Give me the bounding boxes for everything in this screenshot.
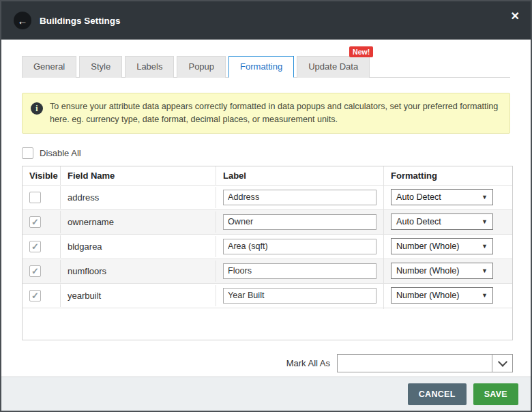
mark-all-row: Mark All As (22, 354, 513, 372)
formatting-select-value: Number (Whole) (396, 241, 459, 251)
chevron-down-icon: ▼ (482, 267, 488, 274)
chevron-down-icon: ▼ (482, 243, 488, 250)
tab-popup[interactable]: Popup (177, 56, 226, 78)
field-name: bldgarea (61, 236, 216, 257)
chevron-down-icon: ▼ (482, 218, 488, 225)
formatting-select-value: Number (Whole) (396, 266, 459, 276)
table-header-row: Visible Field Name Label Formatting (23, 166, 512, 186)
formatting-select-value: Auto Detect (396, 192, 441, 202)
formatting-select-value: Number (Whole) (396, 291, 459, 300)
formatting-notice: i To ensure your attribute data appears … (22, 93, 510, 134)
field-name: numfloors (61, 261, 216, 282)
formatting-select[interactable]: Number (Whole) ▼ (391, 263, 493, 279)
table-row: ✓ yearbuilt Number (Whole) ▼ (23, 284, 512, 308)
label-input[interactable] (223, 263, 376, 279)
table-row: ✓ numfloors Number (Whole) ▼ (23, 259, 512, 284)
column-header-visible: Visible (23, 166, 61, 185)
tab-formatting[interactable]: Formatting (228, 56, 294, 78)
formatting-select[interactable]: Auto Detect ▼ (391, 189, 493, 205)
tab-style[interactable]: Style (79, 56, 122, 78)
mark-all-dropdown-button[interactable] (492, 355, 512, 372)
close-icon[interactable]: ✕ (511, 10, 520, 23)
chevron-down-icon: ▼ (482, 194, 488, 201)
visible-checkbox[interactable]: ✓ (29, 216, 41, 228)
dialog-content: General Style Labels Popup Formatting Up… (1, 40, 531, 377)
formatting-select-value: Auto Detect (396, 217, 441, 226)
tab-bar: General Style Labels Popup Formatting Up… (22, 56, 510, 78)
back-arrow-icon[interactable]: ← (14, 12, 31, 29)
table-row: ✓ ownername Auto Detect ▼ (23, 210, 512, 235)
disable-all-label: Disable All (40, 148, 81, 158)
column-header-field-name: Field Name (61, 166, 216, 185)
mark-all-dropdown-value (338, 355, 492, 372)
chevron-down-icon: ▼ (482, 292, 488, 299)
formatting-select[interactable]: Number (Whole) ▼ (391, 287, 493, 304)
field-name: address (61, 187, 216, 208)
mark-all-label: Mark All As (286, 358, 330, 368)
buildings-settings-dialog: ← Buildings Settings ✕ General Style Lab… (0, 0, 532, 412)
chevron-down-icon (497, 357, 507, 367)
label-input[interactable] (223, 239, 376, 254)
formatting-select[interactable]: Number (Whole) ▼ (391, 238, 493, 254)
dialog-footer: CANCEL SAVE (1, 377, 531, 411)
column-header-label: Label (216, 166, 384, 185)
visible-checkbox[interactable]: ✓ (29, 241, 41, 252)
disable-all-checkbox[interactable]: ✓ (22, 147, 33, 159)
dialog-header: ← Buildings Settings ✕ (1, 1, 531, 40)
column-header-formatting: Formatting (384, 166, 512, 185)
table-row: ✓ address Auto Detect ▼ (23, 186, 512, 210)
visible-checkbox[interactable]: ✓ (29, 192, 41, 203)
table-empty-space (23, 308, 512, 340)
table-row: ✓ bldgarea Number (Whole) ▼ (23, 235, 512, 259)
save-button[interactable]: SAVE (473, 383, 518, 405)
cancel-button[interactable]: CANCEL (408, 383, 467, 405)
new-badge: New! (349, 46, 373, 57)
field-name: yearbuilt (61, 285, 216, 306)
formatting-select[interactable]: Auto Detect ▼ (391, 214, 493, 230)
fields-table: Visible Field Name Label Formatting ✓ ad… (22, 166, 513, 340)
notice-text: To ensure your attribute data appears co… (50, 100, 500, 126)
field-name: ownername (61, 211, 216, 233)
mark-all-dropdown[interactable] (337, 354, 513, 372)
label-input[interactable] (223, 214, 376, 230)
visible-checkbox[interactable]: ✓ (29, 290, 41, 301)
tab-update-data[interactable]: Update Data New! (297, 56, 370, 78)
tab-update-data-label: Update Data (308, 61, 358, 72)
tab-general[interactable]: General (22, 56, 76, 78)
visible-checkbox[interactable]: ✓ (29, 265, 41, 277)
dialog-title: Buildings Settings (40, 16, 121, 26)
label-input[interactable] (223, 288, 376, 304)
label-input[interactable] (223, 190, 376, 205)
tab-labels[interactable]: Labels (125, 56, 174, 78)
info-icon: i (31, 102, 43, 115)
disable-all-row: ✓ Disable All (22, 147, 510, 159)
